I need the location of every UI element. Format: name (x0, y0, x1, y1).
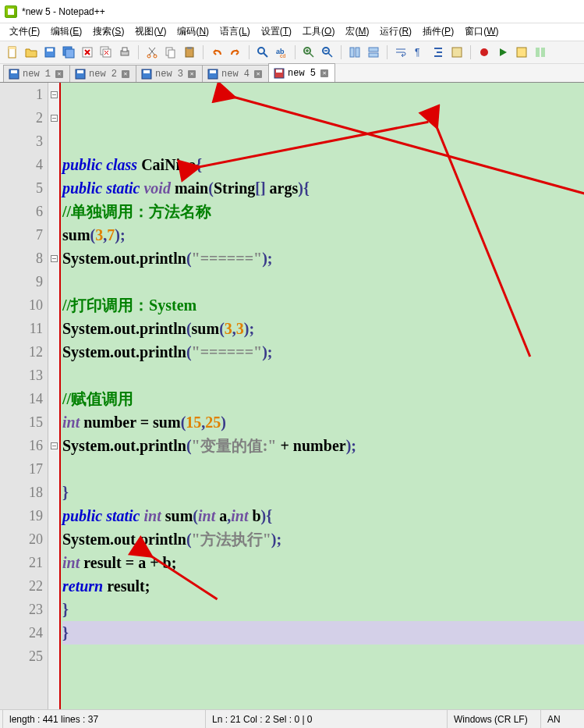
tab-new-4[interactable]: new 4✕ (202, 65, 269, 82)
code-line[interactable]: public static void main(String[] args){ (62, 176, 584, 200)
replace-button[interactable]: abcd (274, 44, 289, 60)
open-file-button[interactable] (23, 44, 39, 60)
svg-rect-22 (350, 48, 354, 57)
svg-text:¶: ¶ (415, 47, 419, 58)
app-icon (5, 5, 17, 18)
save-button[interactable] (42, 44, 58, 60)
fold-column[interactable] (48, 83, 61, 709)
menu-W[interactable]: 窗口(W) (460, 23, 503, 41)
svg-rect-1 (9, 47, 16, 49)
fold-toggle[interactable] (48, 247, 59, 270)
menu-L[interactable]: 语言(L) (215, 23, 255, 41)
zoom-out-button[interactable] (320, 44, 335, 60)
sync-h-button[interactable] (366, 44, 381, 60)
lang-button[interactable] (449, 44, 465, 60)
code-line[interactable]: } (62, 598, 584, 621)
code-line[interactable] (62, 645, 584, 668)
code-line[interactable]: return result; (62, 574, 584, 598)
svg-rect-24 (369, 48, 378, 51)
code-line[interactable]: public class CaiNiao{ (62, 153, 584, 176)
tab-new-5[interactable]: new 5✕ (268, 63, 335, 82)
close-all-button[interactable] (98, 44, 114, 60)
menu-V[interactable]: 视图(V) (130, 23, 171, 41)
window-title: *new 5 - Notepad++ (22, 6, 105, 17)
menu-S[interactable]: 搜索(S) (88, 23, 129, 41)
menu-M[interactable]: 宏(M) (341, 23, 373, 41)
code-line[interactable]: System.out.println("变量的值:" + number); (62, 434, 584, 457)
menu-P[interactable]: 插件(P) (418, 23, 458, 41)
menu-N[interactable]: 编码(N) (172, 23, 214, 41)
code-line[interactable] (62, 270, 584, 293)
svg-text:cd: cd (280, 53, 286, 59)
menu-E[interactable]: 编辑(E) (46, 23, 87, 41)
paste-button[interactable] (182, 44, 197, 60)
wrap-button[interactable] (393, 44, 409, 60)
tab-close-icon[interactable]: ✕ (254, 70, 262, 78)
svg-rect-33 (11, 70, 17, 73)
code-area[interactable]: public class CaiNiao{public static void … (61, 83, 584, 709)
svg-rect-39 (210, 70, 216, 73)
tab-new-3[interactable]: new 3✕ (136, 65, 203, 82)
code-line[interactable]: System.out.println(sum(3,3); (62, 317, 584, 340)
code-line[interactable]: //单独调用：方法名称 (62, 200, 584, 223)
code-line[interactable] (62, 457, 584, 481)
code-line[interactable]: //打印调用：System (62, 293, 584, 317)
close-button[interactable] (80, 44, 95, 60)
tab-close-icon[interactable]: ✕ (320, 69, 328, 77)
save-all-button[interactable] (61, 44, 76, 60)
svg-rect-27 (452, 48, 462, 57)
tab-close-icon[interactable]: ✕ (122, 70, 129, 78)
code-line[interactable] (62, 364, 584, 387)
code-line[interactable]: int result = a + b; (62, 551, 584, 574)
status-eol: Windows (CR LF) (448, 710, 541, 728)
menu-T[interactable]: 设置(T) (257, 23, 296, 41)
tab-close-icon[interactable]: ✕ (55, 70, 63, 78)
svg-point-17 (258, 48, 264, 54)
code-line[interactable]: System.out.println("======"); (62, 340, 584, 364)
print-button[interactable] (117, 44, 133, 60)
menu-bar: 文件(F)编辑(E)搜索(S)视图(V)编码(N)语言(L)设置(T)工具(O)… (0, 23, 584, 41)
menu-O[interactable]: 工具(O) (298, 23, 339, 41)
macro-stop-button[interactable] (514, 44, 529, 60)
code-line[interactable]: int number = sum(15,25) (62, 410, 584, 434)
sync-v-button[interactable] (347, 44, 363, 60)
code-line[interactable]: System.out.println("======"); (62, 247, 584, 270)
code-line[interactable]: public static int sum(int a,int b){ (62, 504, 584, 527)
status-encoding: AN (541, 710, 567, 728)
svg-rect-25 (369, 53, 378, 57)
show-all-chars-button[interactable]: ¶ (412, 44, 427, 60)
fold-toggle[interactable] (48, 106, 59, 130)
zoom-in-button[interactable] (301, 44, 317, 60)
line-number-gutter: 1234567891011121314151617181920212223242… (0, 83, 48, 709)
menu-F[interactable]: 文件(F) (5, 23, 44, 41)
fold-toggle[interactable] (48, 434, 59, 457)
tab-close-icon[interactable]: ✕ (188, 70, 196, 78)
code-line[interactable]: } (62, 481, 584, 504)
find-button[interactable] (255, 44, 271, 60)
tab-new-2[interactable]: new 2✕ (69, 65, 136, 82)
menu-R[interactable]: 运行(R) (375, 23, 416, 41)
svg-rect-41 (276, 69, 282, 73)
code-line[interactable]: sum(3,7); (62, 223, 584, 247)
svg-rect-30 (536, 48, 540, 57)
fold-toggle[interactable] (48, 83, 59, 106)
code-line[interactable] (62, 668, 584, 691)
redo-button[interactable] (228, 44, 243, 60)
code-line[interactable]: } (62, 621, 584, 645)
status-bar: length : 441 lines : 37 Ln : 21 Col : 2 … (0, 709, 584, 728)
code-editor[interactable]: 1234567891011121314151617181920212223242… (0, 83, 584, 709)
macro-play-button[interactable] (495, 44, 511, 60)
cut-button[interactable] (144, 44, 160, 60)
macro-record-button[interactable] (476, 44, 492, 60)
code-line[interactable]: //赋值调用 (62, 387, 584, 410)
new-file-button[interactable] (5, 44, 20, 60)
copy-button[interactable] (163, 44, 179, 60)
status-length: length : 441 lines : 37 (3, 710, 206, 728)
toolbar: abcd ¶ (0, 41, 584, 64)
tab-new-1[interactable]: new 1✕ (3, 65, 70, 82)
macro-multi-button[interactable] (533, 44, 548, 60)
undo-button[interactable] (209, 44, 225, 60)
code-line[interactable]: System.out.println("方法执行"); (62, 527, 584, 551)
svg-rect-29 (517, 48, 526, 57)
indent-guide-button[interactable] (430, 44, 446, 60)
